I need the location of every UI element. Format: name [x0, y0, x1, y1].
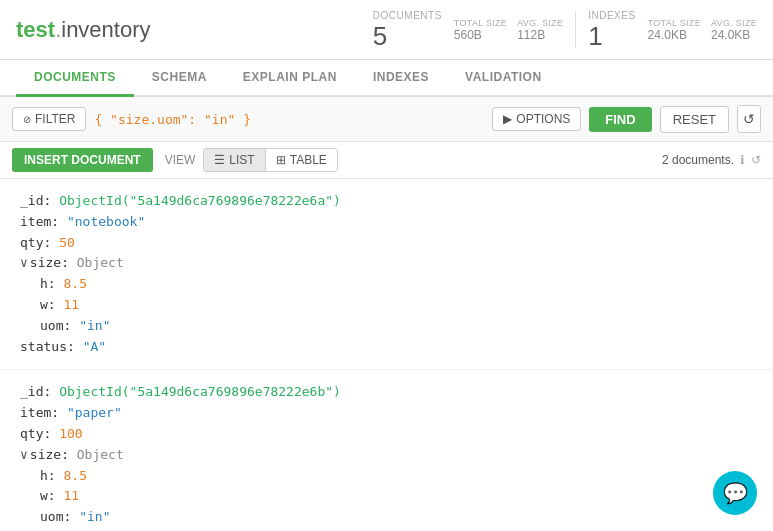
doc1-status-line: status: "A" — [20, 337, 753, 358]
tab-explain-plan[interactable]: EXPLAIN PLAN — [225, 60, 355, 97]
doc2-uom-line: uom: "in" — [40, 507, 753, 527]
doc-count: 2 documents. — [662, 153, 734, 167]
tab-indexes[interactable]: INDEXES — [355, 60, 447, 97]
doc2-size-line: ∨size: Object — [20, 445, 753, 466]
documents-total-size: TOTAL SIZE 560B — [454, 18, 507, 42]
indexes-total-size: TOTAL SIZE 24.0KB — [648, 18, 701, 42]
list-icon: ☰ — [214, 153, 225, 167]
tab-schema[interactable]: SCHEMA — [134, 60, 225, 97]
tab-validation[interactable]: VALIDATION — [447, 60, 560, 97]
action-right: 2 documents. ℹ ↺ — [662, 153, 761, 167]
doc1-uom: "in" — [79, 318, 110, 333]
doc2-h: 8.5 — [63, 468, 86, 483]
documents-label: DOCUMENTS — [373, 10, 442, 21]
undo-button[interactable]: ↺ — [737, 105, 761, 133]
table-view-button[interactable]: ⊞ TABLE — [266, 149, 337, 171]
doc2-item: "paper" — [67, 405, 122, 420]
logo-test: test — [16, 17, 55, 42]
doc2-item-line: item: "paper" — [20, 403, 753, 424]
find-button[interactable]: FIND — [589, 107, 651, 132]
list-label: LIST — [229, 153, 254, 167]
indexes-sub-stats: TOTAL SIZE 24.0KB AVG. SIZE 24.0KB — [648, 18, 757, 42]
insert-document-button[interactable]: INSERT DOCUMENT — [12, 148, 153, 172]
indexes-count: 1 — [588, 23, 602, 49]
toolbar: ⊘ FILTER ▶ OPTIONS FIND RESET ↺ — [0, 97, 773, 142]
documents-avg-size-value: 112B — [517, 28, 545, 42]
doc1-size-line: ∨size: Object — [20, 253, 753, 274]
doc1-h-line: h: 8.5 — [40, 274, 753, 295]
doc1-uom-line: uom: "in" — [40, 316, 753, 337]
doc2-h-line: h: 8.5 — [40, 466, 753, 487]
filter-icon: ⊘ — [23, 114, 31, 125]
logo: test.inventory — [16, 17, 151, 43]
collapse-icon[interactable]: ∨ — [20, 255, 28, 270]
documents-sub-stats: TOTAL SIZE 560B AVG. SIZE 112B — [454, 18, 563, 42]
indexes-total-size-value: 24.0KB — [648, 28, 687, 42]
doc2-w: 11 — [63, 488, 79, 503]
doc1-w-line: w: 11 — [40, 295, 753, 316]
query-input[interactable] — [94, 112, 484, 127]
doc2-uom: "in" — [79, 509, 110, 524]
indexes-avg-size-value: 24.0KB — [711, 28, 750, 42]
header-stats: DOCUMENTS 5 TOTAL SIZE 560B AVG. SIZE 11… — [373, 10, 757, 49]
action-left: INSERT DOCUMENT VIEW ☰ LIST ⊞ TABLE — [12, 148, 338, 172]
documents-avg-size: AVG. SIZE 112B — [517, 18, 563, 42]
doc1-item-line: item: "notebook" — [20, 212, 753, 233]
chat-button[interactable]: 💬 — [713, 471, 757, 515]
indexes-total-size-label: TOTAL SIZE — [648, 18, 701, 28]
action-bar: INSERT DOCUMENT VIEW ☰ LIST ⊞ TABLE 2 do… — [0, 142, 773, 179]
doc1-qty-line: qty: 50 — [20, 233, 753, 254]
doc2-qty-line: qty: 100 — [20, 424, 753, 445]
refresh-icon[interactable]: ↺ — [751, 153, 761, 167]
avg-size-label: AVG. SIZE — [517, 18, 563, 28]
documents-stat: DOCUMENTS 5 — [373, 10, 442, 49]
doc1-w: 11 — [63, 297, 79, 312]
indexes-stat: INDEXES 1 — [588, 10, 635, 49]
chevron-right-icon: ▶ — [503, 112, 512, 126]
total-size-label: TOTAL SIZE — [454, 18, 507, 28]
doc1-size-label: Object — [77, 255, 124, 270]
stat-divider — [575, 12, 576, 48]
doc2-size-label: Object — [77, 447, 124, 462]
doc1-h: 8.5 — [63, 276, 86, 291]
collapse-icon[interactable]: ∨ — [20, 447, 28, 462]
doc2-id: ObjectId("5a149d6ca769896e78222e6b") — [59, 384, 341, 399]
doc2-qty: 100 — [59, 426, 82, 441]
tab-documents[interactable]: DOCUMENTS — [16, 60, 134, 97]
logo-inventory: inventory — [61, 17, 150, 42]
indexes-avg-size: AVG. SIZE 24.0KB — [711, 18, 757, 42]
doc2-w-line: w: 11 — [40, 486, 753, 507]
doc2-id-line: _id: ObjectId("5a149d6ca769896e78222e6b"… — [20, 382, 753, 403]
header: test.inventory DOCUMENTS 5 TOTAL SIZE 56… — [0, 0, 773, 60]
reset-button[interactable]: RESET — [660, 106, 729, 133]
documents-total-size-value: 560B — [454, 28, 482, 42]
options-button[interactable]: ▶ OPTIONS — [492, 107, 581, 131]
tabs: DOCUMENTS SCHEMA EXPLAIN PLAN INDEXES VA… — [0, 60, 773, 97]
indexes-label: INDEXES — [588, 10, 635, 21]
documents-count: 5 — [373, 23, 387, 49]
doc1-item: "notebook" — [67, 214, 145, 229]
filter-button[interactable]: ⊘ FILTER — [12, 107, 86, 131]
filter-label: FILTER — [35, 112, 75, 126]
list-view-button[interactable]: ☰ LIST — [204, 149, 265, 171]
chat-icon: 💬 — [723, 481, 748, 505]
table-label: TABLE — [290, 153, 327, 167]
indexes-avg-size-label: AVG. SIZE — [711, 18, 757, 28]
doc1-id: ObjectId("5a149d6ca769896e78222e6a") — [59, 193, 341, 208]
document-row: _id: ObjectId("5a149d6ca769896e78222e6a"… — [0, 179, 773, 370]
view-label: VIEW — [165, 153, 196, 167]
doc1-id-line: _id: ObjectId("5a149d6ca769896e78222e6a"… — [20, 191, 753, 212]
info-icon[interactable]: ℹ — [740, 153, 745, 167]
table-icon: ⊞ — [276, 153, 286, 167]
doc1-status: "A" — [83, 339, 106, 354]
view-toggle: ☰ LIST ⊞ TABLE — [203, 148, 337, 172]
document-row: _id: ObjectId("5a149d6ca769896e78222e6b"… — [0, 370, 773, 527]
options-label: OPTIONS — [516, 112, 570, 126]
document-list: _id: ObjectId("5a149d6ca769896e78222e6a"… — [0, 179, 773, 527]
doc1-qty: 50 — [59, 235, 75, 250]
